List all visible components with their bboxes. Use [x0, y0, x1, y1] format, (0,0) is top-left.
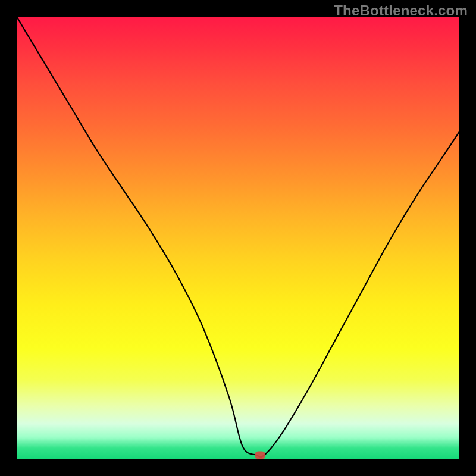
marker-dot: [255, 452, 265, 459]
plot-area: [17, 17, 459, 459]
watermark-text: TheBottleneck.com: [334, 2, 468, 19]
bottleneck-curve: [17, 17, 459, 457]
bottleneck-curve-svg: [17, 17, 459, 459]
chart-frame: TheBottleneck.com: [0, 0, 476, 476]
